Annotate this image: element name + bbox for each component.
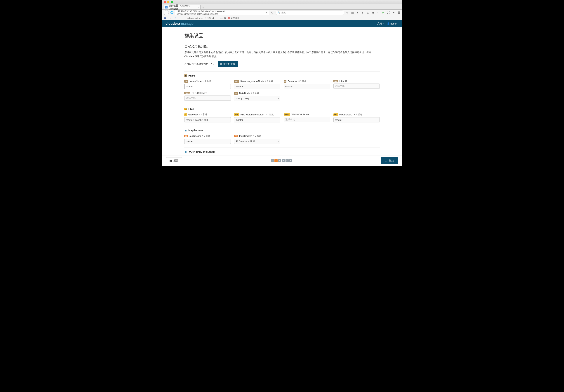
hive-metastore-host-input[interactable]: master	[234, 117, 280, 122]
tasktracker-host-input[interactable]: 与 DataNode 相同▾	[234, 139, 280, 144]
role-name: Gateway	[188, 113, 198, 116]
pager-step-6[interactable]: 6	[289, 159, 292, 162]
star-icon[interactable]: ☆	[346, 11, 349, 14]
bookmark-mvn[interactable]: MVN	[164, 17, 166, 19]
hive-gateway-host-input[interactable]: master; slave[01-03]	[184, 117, 231, 122]
bookmark-index-sw[interactable]: Index of /software	[184, 17, 203, 19]
bookmark-sasaki[interactable]: sasaki	[217, 17, 226, 19]
toolbar-icon-group: ☆ ▤ ▾ ⬇ ⌂ ☻ ⋯ ⇄ ⛶ ▾	[346, 11, 396, 14]
continue-icon: ⏭	[385, 159, 387, 162]
mac-close-button[interactable]	[164, 1, 166, 3]
pager-step-3[interactable]: 3	[278, 159, 281, 162]
role-badge: G	[184, 113, 187, 116]
pager-step-1[interactable]: 1	[271, 159, 274, 162]
role-name: TaskTracker	[239, 135, 252, 137]
user-menu[interactable]: 👤 admin▾	[387, 22, 399, 25]
service-hdfs: ▣ HDFS NNNameNode× 1 新建 master SNNSecond…	[184, 71, 380, 105]
role-name: DataNode	[239, 92, 250, 95]
role-name: NFS Gateway	[192, 92, 206, 94]
role-badge: TT	[234, 135, 238, 137]
profile-icon[interactable]: ☻	[371, 11, 374, 14]
role-name: SecondaryNameNode	[240, 80, 264, 83]
view-by-host-button[interactable]: ▦ 按主机查看	[218, 61, 238, 67]
page-title: 群集设置	[184, 32, 380, 39]
tab-close-icon[interactable]: ×	[198, 6, 199, 9]
search-placeholder: 搜索	[281, 11, 286, 14]
back-icon: ⏮	[169, 159, 172, 162]
bookmark-gitlab[interactable]: GitLab	[206, 17, 214, 19]
httpfs-host-input[interactable]: 选择主机	[333, 84, 380, 89]
new-tab-button[interactable]: +	[201, 6, 206, 9]
service-name: MapReduce	[188, 129, 203, 132]
bookmarks-bar: MVN ♦ ℮ Index of /software GitLab sasaki…	[162, 16, 402, 20]
hive-icon: 🐝	[184, 108, 187, 110]
mac-titlebar	[162, 0, 402, 4]
chevron-down-icon: ▾	[278, 98, 279, 99]
pager-step-2[interactable]: 2	[275, 159, 277, 162]
search-bar[interactable]: 🔍 搜索	[275, 11, 344, 15]
pocket-icon[interactable]: ▾	[356, 11, 359, 14]
namenode-host-input[interactable]: master	[184, 84, 231, 89]
role-name: Balancer	[288, 80, 297, 83]
browser-tab-strip: C 群集设置 - Cloudera Manager × +	[162, 4, 402, 10]
nfs-gateway-host-input[interactable]: 选择主机	[184, 96, 231, 101]
pager: 1 2 3 4 5 6	[271, 159, 292, 162]
service-name: Hive	[188, 108, 194, 111]
section-subtitle: 自定义角色分配	[184, 44, 380, 48]
role-badge: SNN	[234, 80, 239, 83]
bookmark-fire[interactable]: ♦	[169, 17, 171, 19]
jobtracker-host-input[interactable]: master	[184, 139, 231, 144]
grid-icon: ▦	[220, 63, 222, 65]
role-badge: HMS	[234, 113, 239, 116]
role-name: NameNode	[190, 80, 202, 83]
browser-toolbar: ← 🌐 192.168.53.230:7180/cmf/clusters/1/e…	[162, 10, 402, 16]
service-hive: 🐝 Hive GGateway× 4 新建 master; slave[01-0…	[184, 105, 380, 126]
overflow-icon[interactable]: ▾	[392, 11, 395, 14]
chevron-down-icon: ▾	[278, 140, 279, 142]
bookmark-box1[interactable]	[179, 17, 181, 19]
back-button[interactable]: ⏮ 返回	[166, 157, 182, 164]
role-name: JobTracker	[189, 135, 201, 137]
support-menu[interactable]: 支持▾	[377, 22, 384, 25]
role-name: WebHCat Server	[292, 113, 310, 116]
nav-back-button[interactable]: ←	[164, 10, 169, 15]
mac-minimize-button[interactable]	[167, 1, 169, 3]
service-yarn: ▦ YARN (MR2 Included)	[184, 148, 380, 155]
continue-button[interactable]: ⏭ 继续	[381, 157, 398, 164]
bookmark-e[interactable]: ℮	[174, 17, 177, 19]
hiveserver2-host-input[interactable]: master	[333, 117, 380, 122]
refresh-button[interactable]: ↻	[271, 11, 273, 14]
datanode-host-input[interactable]: slave[01-03]▾	[234, 96, 280, 101]
app-header: cloudera manager 支持▾ 👤 admin▾	[162, 20, 402, 27]
url-host: 192.168.53.230	[177, 10, 192, 13]
service-name: HDFS	[188, 74, 195, 77]
secondary-namenode-host-input[interactable]: master	[234, 84, 280, 89]
address-bar[interactable]: 192.168.53.230:7180/cmf/clusters/1/expre…	[175, 11, 269, 15]
browser-tab[interactable]: C 群集设置 - Cloudera Manager ×	[164, 5, 201, 9]
role-badge: WHCS	[284, 113, 290, 116]
wizard-footer: ⏮ 返回 1 2 3 4 5 6 ⏭ 继续	[162, 155, 402, 166]
home-icon[interactable]: ⌂	[366, 11, 369, 14]
dropdown-icon[interactable]: ▾	[266, 12, 267, 14]
mac-zoom-button[interactable]	[171, 1, 173, 3]
hamburger-menu[interactable]: ☰	[398, 11, 400, 14]
library-icon[interactable]: ▤	[351, 11, 354, 14]
balancer-host-input[interactable]: master	[284, 84, 330, 89]
section-description: 您可在此处自定义新群集的角色分配，但如果分配不正确（例如，分配到某个主机上的角色…	[184, 50, 380, 58]
bookmark-most-visited[interactable]: ▦最常访问▾	[228, 17, 241, 19]
webhcat-host-input[interactable]: 选择主机	[284, 117, 330, 122]
yarn-icon: ▦	[184, 151, 187, 153]
search-icon: 🔍	[277, 12, 280, 14]
role-badge: NFSG	[184, 92, 190, 94]
crop-icon[interactable]: ⛶	[387, 11, 390, 14]
role-name: HttpFS	[340, 80, 347, 83]
download-icon[interactable]: ⬇	[361, 11, 364, 14]
sync-icon[interactable]: ⇄	[382, 11, 385, 14]
pager-step-5[interactable]: 5	[286, 159, 289, 162]
pager-step-4[interactable]: 4	[282, 159, 285, 162]
view-by-host-label: 还可以按主机查看角色分配。	[184, 62, 216, 66]
role-badge: JT	[184, 135, 188, 137]
hdfs-icon: ▣	[184, 74, 187, 77]
more-icon[interactable]: ⋯	[377, 11, 380, 14]
app-logo[interactable]: cloudera manager	[165, 22, 195, 26]
